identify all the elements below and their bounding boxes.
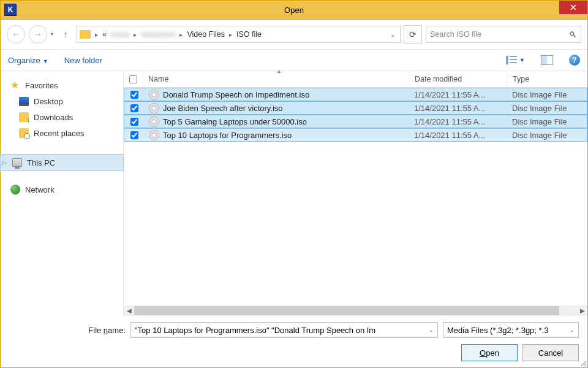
file-row[interactable]: Top 5 Gamaing Laptops under 50000.iso1/1… — [124, 115, 587, 128]
file-row[interactable]: Donald Trump Speech on Impediment.iso1/1… — [124, 88, 587, 101]
sidebar-item-desktop[interactable]: Desktop — [1, 93, 123, 109]
row-checkbox[interactable] — [130, 104, 138, 112]
scroll-track[interactable] — [134, 305, 577, 316]
search-icon: 🔍︎ — [569, 30, 577, 39]
sort-asc-icon: ▲ — [276, 68, 282, 74]
breadcrumb-sep: ▸ — [227, 31, 234, 38]
file-name: Top 10 Laptops for Programmers.iso — [163, 131, 292, 140]
window-title: Open — [1, 6, 587, 15]
row-type-cell: Disc Image File — [507, 131, 587, 140]
pc-icon — [12, 158, 22, 167]
row-checkbox[interactable] — [130, 131, 138, 139]
open-label-rest: pen — [486, 348, 499, 358]
sidebar-favorites-header[interactable]: Favorites — [1, 77, 123, 93]
recent-locations-button[interactable]: ▾ — [51, 32, 55, 37]
sidebar-item-downloads[interactable]: Downloads — [1, 109, 123, 125]
breadcrumb-2[interactable]: xxxxxxxxx — [140, 30, 176, 39]
refresh-icon: ⟳ — [409, 29, 417, 39]
scroll-left-button[interactable]: ◀ — [124, 305, 134, 316]
caret-down-icon: ⌄ — [570, 327, 575, 333]
scroll-thumb[interactable] — [134, 306, 559, 315]
forward-button[interactable]: → — [29, 25, 47, 44]
caret-down-icon: ▼ — [43, 58, 48, 64]
row-date-cell: 1/14/2021 11:55 A... — [409, 117, 507, 126]
open-mnemonic: O — [480, 348, 486, 358]
row-checkbox-cell — [124, 131, 144, 139]
sidebar-item-label: Downloads — [34, 113, 73, 122]
filetype-value: Media Files (*.3g2; *.3gp; *.3 — [447, 326, 548, 335]
view-list-icon — [506, 56, 517, 64]
horizontal-scrollbar[interactable]: ◀ ▶ — [124, 305, 587, 316]
sidebar-item-label: Recent places — [34, 129, 84, 138]
column-label: Type — [513, 75, 529, 83]
recent-places-icon — [19, 128, 29, 138]
preview-pane-button[interactable] — [541, 55, 553, 65]
row-checkbox-cell — [124, 118, 144, 126]
help-button[interactable]: ? — [569, 55, 580, 66]
filename-row: File name: "Top 10 Laptops for Programme… — [9, 322, 579, 338]
row-checkbox-cell — [124, 104, 144, 112]
column-name[interactable]: Name ▲ — [143, 71, 410, 87]
sidebar-item-label: Favorites — [25, 81, 58, 90]
filename-combobox[interactable]: "Top 10 Laptops for Programmers.iso" "Do… — [130, 322, 438, 338]
folder-icon — [80, 30, 91, 39]
column-check[interactable] — [124, 71, 143, 87]
column-type[interactable]: Type — [508, 71, 587, 87]
open-dialog: K Open ← → ▾ ↑ ▸ « xxxxx ▸ xxxxxxxxx ▸ V… — [0, 0, 588, 368]
refresh-button[interactable]: ⟳ — [404, 25, 422, 44]
breadcrumb-3[interactable]: Video Files — [186, 30, 226, 39]
row-date-cell: 1/14/2021 11:55 A... — [409, 90, 507, 99]
breadcrumb-0[interactable]: « — [101, 30, 108, 39]
breadcrumb-1[interactable]: xxxxx — [109, 30, 130, 39]
disc-icon — [149, 130, 159, 140]
file-row[interactable]: Joe Biden Speech after victory.iso1/14/2… — [124, 101, 587, 115]
arrow-right-icon: → — [34, 29, 42, 39]
row-type-cell: Disc Image File — [507, 104, 587, 113]
organize-menu[interactable]: Organize▼ — [8, 56, 48, 65]
address-bar[interactable]: ▸ « xxxxx ▸ xxxxxxxxx ▸ Video Files ▸ IS… — [77, 26, 401, 43]
new-folder-button[interactable]: New folder — [64, 56, 102, 65]
arrow-up-icon: ↑ — [64, 29, 68, 39]
address-dropdown[interactable]: ⌄ — [388, 31, 398, 38]
close-icon — [570, 4, 576, 10]
breadcrumb-4[interactable]: ISO file — [235, 30, 263, 39]
row-checkbox-cell — [124, 91, 144, 99]
toolbar: Organize▼ New folder ▼ ? — [1, 50, 587, 71]
up-button[interactable]: ↑ — [58, 27, 73, 42]
disc-icon — [149, 103, 159, 113]
file-list[interactable]: Donald Trump Speech on Impediment.iso1/1… — [124, 88, 587, 305]
column-label: Name — [148, 75, 168, 83]
row-checkbox[interactable] — [130, 91, 138, 99]
file-name: Joe Biden Speech after victory.iso — [163, 104, 283, 113]
row-checkbox[interactable] — [130, 118, 138, 126]
breadcrumb-sep: ▸ — [93, 31, 100, 38]
expand-icon: ▷ — [2, 159, 7, 166]
app-icon: K — [4, 4, 17, 16]
select-all-checkbox[interactable] — [129, 75, 137, 83]
row-name-cell: Donald Trump Speech on Impediment.iso — [144, 90, 409, 100]
organize-label: Organize — [8, 56, 40, 65]
network-icon — [10, 185, 20, 194]
resize-grip[interactable] — [579, 359, 586, 366]
sidebar-item-label: Network — [25, 185, 55, 194]
search-input[interactable]: Search ISO file 🔍︎ — [426, 26, 581, 43]
titlebar: K Open — [1, 1, 587, 20]
filename-value: "Top 10 Laptops for Programmers.iso" "Do… — [135, 326, 375, 335]
breadcrumb-sep: ▸ — [178, 31, 184, 38]
filetype-combobox[interactable]: Media Files (*.3g2; *.3gp; *.3 ⌄ — [443, 322, 579, 338]
caret-down-icon: ⌄ — [429, 327, 434, 333]
close-button[interactable] — [559, 1, 587, 14]
sidebar-item-this-pc[interactable]: ▷ This PC — [0, 154, 124, 171]
back-button[interactable]: ← — [7, 25, 25, 44]
scroll-right-button[interactable]: ▶ — [577, 305, 587, 316]
cancel-button[interactable]: Cancel — [522, 344, 579, 361]
open-button[interactable]: Open — [461, 344, 518, 361]
file-row[interactable]: Top 10 Laptops for Programmers.iso1/14/2… — [124, 128, 587, 142]
sidebar-item-recent-places[interactable]: Recent places — [1, 125, 123, 141]
sidebar-favorites-group: Favorites Desktop Downloads Recent place… — [1, 75, 123, 144]
preview-pane-icon — [541, 55, 553, 65]
change-view-button[interactable]: ▼ — [506, 56, 525, 64]
sidebar-item-network[interactable]: Network — [1, 182, 123, 197]
cancel-label: Cancel — [538, 348, 563, 358]
column-date[interactable]: Date modified — [410, 71, 508, 87]
